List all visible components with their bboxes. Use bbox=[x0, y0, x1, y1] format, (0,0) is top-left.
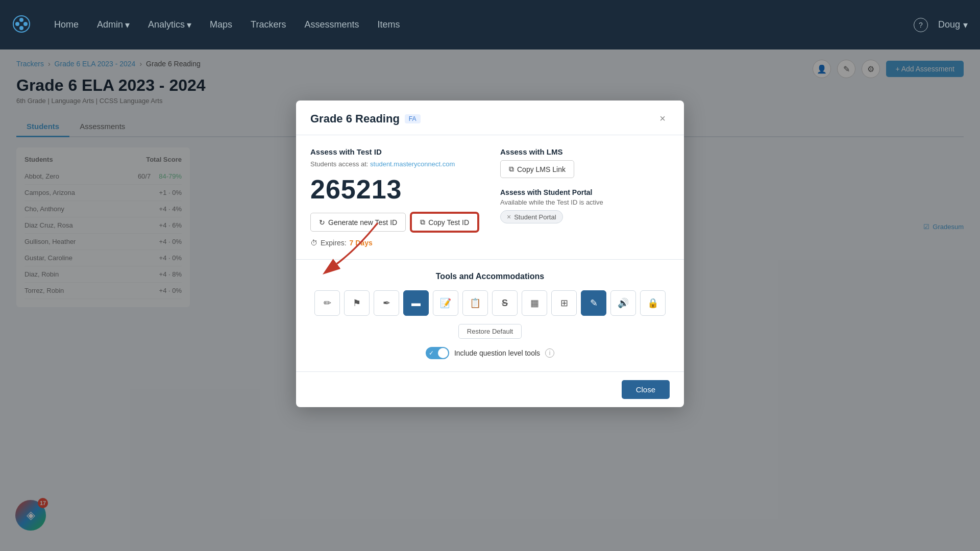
info-icon[interactable]: i bbox=[545, 348, 554, 358]
portal-tag: × Student Portal bbox=[500, 210, 563, 223]
copy-lms-link-button[interactable]: ⧉ Copy LMS Link bbox=[500, 160, 574, 178]
clipboard-tool-icon[interactable]: 📋 bbox=[462, 290, 488, 316]
modal-dialog: Grade 6 Reading FA × Assess with Test ID… bbox=[296, 101, 684, 407]
tools-section: Tools and Accommodations ✏ ⚑ ✒ ▬ 📝 📋 S ▦… bbox=[310, 272, 670, 359]
svg-point-2 bbox=[19, 18, 23, 22]
chevron-down-icon: ▾ bbox=[963, 19, 968, 31]
tools-icons-row: ✏ ⚑ ✒ ▬ 📝 📋 S ▦ ⊞ ✎ 🔊 🔒 bbox=[310, 290, 670, 316]
assess-test-id-section: Assess with Test ID Students access at: … bbox=[310, 147, 480, 247]
modal-close-button[interactable]: × bbox=[655, 111, 670, 127]
nav-home[interactable]: Home bbox=[45, 15, 88, 34]
test-id-buttons: ↻ Generate new Test ID ⧉ Copy Test ID bbox=[310, 213, 480, 232]
assess-lms-section: Assess with LMS ⧉ Copy LMS Link bbox=[500, 147, 670, 178]
basic-calc-tool-icon[interactable]: ▦ bbox=[522, 290, 547, 316]
expires-value: 7 Days bbox=[350, 239, 373, 247]
flag-tool-icon[interactable]: ⚑ bbox=[344, 290, 370, 316]
tts-tool-icon[interactable]: 🔊 bbox=[610, 290, 636, 316]
pencil-tool-icon[interactable]: ✎ bbox=[581, 290, 606, 316]
mask-tool-icon[interactable]: ▬ bbox=[403, 290, 429, 316]
copy-test-id-button[interactable]: ⧉ Copy Test ID bbox=[411, 213, 478, 232]
modal-footer: Close bbox=[296, 371, 684, 407]
student-access-link[interactable]: student.masteryconnect.com bbox=[370, 160, 455, 168]
assess-lms-title: Assess with LMS bbox=[500, 147, 670, 156]
nav-analytics[interactable]: Analytics ▾ bbox=[139, 15, 201, 35]
svg-point-4 bbox=[19, 26, 23, 30]
chevron-down-icon: ▾ bbox=[125, 19, 130, 31]
nav-admin[interactable]: Admin ▾ bbox=[88, 15, 139, 35]
modal-divider bbox=[296, 259, 684, 260]
assess-test-id-subtitle: Students access at: student.masteryconne… bbox=[310, 160, 480, 168]
nav-assessments[interactable]: Assessments bbox=[295, 15, 368, 34]
lock-tool-icon[interactable]: 🔒 bbox=[640, 290, 666, 316]
svg-point-1 bbox=[15, 22, 19, 26]
modal-badge: FA bbox=[405, 114, 421, 123]
nav-trackers[interactable]: Trackers bbox=[241, 15, 295, 34]
assess-portal-subtitle: Available while the Test ID is active bbox=[500, 198, 670, 206]
refresh-icon: ↻ bbox=[319, 218, 325, 227]
main-content: Trackers › Grade 6 ELA 2023 - 2024 › Gra… bbox=[0, 49, 980, 551]
modal-header: Grade 6 Reading FA × bbox=[296, 101, 684, 135]
modal-close-footer-button[interactable]: Close bbox=[622, 380, 670, 399]
assess-lms-portal-section: Assess with LMS ⧉ Copy LMS Link Assess w… bbox=[500, 147, 670, 247]
modal-columns: Assess with Test ID Students access at: … bbox=[310, 147, 670, 247]
question-level-tools-toggle[interactable]: ✓ bbox=[426, 347, 449, 359]
assess-portal-title: Assess with Student Portal bbox=[500, 188, 670, 196]
modal-body: Assess with Test ID Students access at: … bbox=[296, 135, 684, 371]
tools-title: Tools and Accommodations bbox=[310, 272, 670, 281]
help-button[interactable]: ? bbox=[914, 18, 928, 32]
portal-tag-remove[interactable]: × bbox=[507, 213, 511, 221]
toggle-knob bbox=[438, 348, 448, 358]
expires-row: ⏱ Expires: 7 Days bbox=[310, 239, 480, 247]
svg-point-3 bbox=[23, 22, 28, 26]
assess-test-id-title: Assess with Test ID bbox=[310, 147, 480, 156]
annotation-tool-icon[interactable]: ✏ bbox=[314, 290, 340, 316]
test-id-number: 265213 bbox=[310, 174, 480, 205]
scientific-calc-tool-icon[interactable]: ⊞ bbox=[551, 290, 577, 316]
copy-lms-icon: ⧉ bbox=[509, 165, 514, 173]
user-menu[interactable]: Doug ▾ bbox=[938, 19, 968, 31]
app-logo[interactable] bbox=[12, 15, 31, 35]
portal-tag-label: Student Portal bbox=[514, 213, 556, 221]
nav-maps[interactable]: Maps bbox=[201, 15, 241, 34]
clock-icon: ⏱ bbox=[310, 239, 317, 247]
question-level-tools-label: Include question level tools bbox=[454, 349, 540, 357]
toggle-check-icon: ✓ bbox=[429, 349, 434, 357]
modal-title: Grade 6 Reading FA bbox=[310, 112, 421, 126]
copy-icon: ⧉ bbox=[420, 218, 425, 227]
strikethrough-tool-icon[interactable]: S bbox=[492, 290, 518, 316]
note-tool-icon[interactable]: 📝 bbox=[433, 290, 458, 316]
restore-default-button[interactable]: Restore Default bbox=[458, 324, 522, 339]
nav-items[interactable]: Items bbox=[368, 15, 409, 34]
question-level-tools-row: ✓ Include question level tools i bbox=[310, 347, 670, 359]
highlight-tool-icon[interactable]: ✒ bbox=[374, 290, 399, 316]
chevron-down-icon: ▾ bbox=[187, 19, 191, 31]
assess-portal-section: Assess with Student Portal Available whi… bbox=[500, 188, 670, 223]
generate-test-id-button[interactable]: ↻ Generate new Test ID bbox=[310, 213, 406, 232]
navbar: Home Admin ▾ Analytics ▾ Maps Trackers A… bbox=[0, 0, 980, 49]
